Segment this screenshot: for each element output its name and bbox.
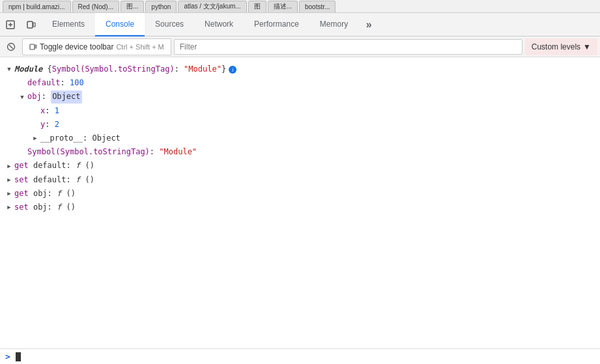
module-brace-close: } xyxy=(221,63,226,76)
colon-set-default: : xyxy=(66,174,76,186)
colon-symbol: : xyxy=(150,146,159,158)
val-obj: Object xyxy=(51,91,81,103)
tree-row-proto[interactable]: __proto__ : Object xyxy=(0,132,600,145)
val-x: 1 xyxy=(55,105,59,117)
parens-set-default: () xyxy=(80,174,94,186)
key-x: x xyxy=(40,105,45,117)
tab-performance[interactable]: Performance xyxy=(244,13,309,36)
console-input-row: > xyxy=(0,348,600,364)
tab-memory[interactable]: Memory xyxy=(309,13,358,36)
tree-row-symbol[interactable]: Symbol(Symbol.toStringTag) : "Module" xyxy=(0,145,600,159)
browser-tab-8[interactable]: bootstr... xyxy=(299,1,336,12)
svg-rect-5 xyxy=(30,44,35,49)
colon-y: : xyxy=(45,119,54,131)
browser-tab-3[interactable]: 图... xyxy=(121,1,144,12)
module-symbol-key: Symbol(Symbol.toStringTag) xyxy=(52,63,175,76)
console-filter-input[interactable] xyxy=(174,39,522,55)
parens-set-obj: () xyxy=(61,201,76,214)
expand-arrow-set-obj[interactable] xyxy=(5,203,13,211)
module-info-icon[interactable]: i xyxy=(229,66,236,74)
browser-tab-4[interactable]: python xyxy=(145,1,177,12)
val-set-default: f xyxy=(76,174,80,186)
browser-tabs: npm | build.amazi... Red (Nod)... 图... p… xyxy=(0,0,600,13)
object-tree: Module { Symbol(Symbol.toStringTag) : "M… xyxy=(0,60,600,217)
colon-set-obj: : xyxy=(48,201,57,214)
parens-get-obj: () xyxy=(61,188,76,200)
prefix-get-default: get xyxy=(14,160,29,172)
tab-elements[interactable]: Elements xyxy=(42,13,95,36)
console-prompt: > xyxy=(5,352,10,361)
console-cursor xyxy=(16,352,21,361)
name-get-obj: obj xyxy=(33,188,48,200)
toggle-device-shortcut: Ctrl + Shift + M xyxy=(116,43,164,51)
tree-row-default[interactable]: default : 100 xyxy=(0,76,600,90)
key-symbol: Symbol(Symbol.toStringTag) xyxy=(27,146,150,158)
colon-x: : xyxy=(45,105,54,117)
parens-get-default: () xyxy=(80,160,94,172)
expand-arrow-get-obj[interactable] xyxy=(5,189,13,197)
devtools-nav-tabs: Elements Console Sources Network Perform… xyxy=(0,13,600,36)
browser-tab-6[interactable]: 图 xyxy=(248,1,266,12)
devtools-panel: Elements Console Sources Network Perform… xyxy=(0,13,600,364)
key-proto: __proto__ xyxy=(40,132,83,145)
key-obj: obj xyxy=(27,91,42,103)
expand-arrow-module[interactable] xyxy=(5,66,13,74)
tree-row-x[interactable]: x : 1 xyxy=(0,104,600,118)
tree-row-module-root[interactable]: Module { Symbol(Symbol.toStringTag) : "M… xyxy=(0,63,600,76)
name-set-obj: obj xyxy=(33,201,48,214)
svg-line-4 xyxy=(9,45,13,49)
val-get-obj: f xyxy=(57,188,61,200)
val-proto: Object xyxy=(92,132,120,145)
colon-default: : xyxy=(61,77,70,89)
val-get-default: f xyxy=(76,160,80,172)
browser-tab-2[interactable]: Red (Nod)... xyxy=(72,1,119,12)
more-tabs-button[interactable]: » xyxy=(358,14,379,35)
expand-arrow-obj[interactable] xyxy=(18,93,26,101)
tree-row-set-default[interactable]: set default : f () xyxy=(0,173,600,187)
console-output: Module { Symbol(Symbol.toStringTag) : "M… xyxy=(0,57,600,348)
colon-get-default: : xyxy=(66,160,76,172)
key-y: y xyxy=(40,119,45,131)
inspect-element-button[interactable] xyxy=(0,14,21,35)
expand-arrow-set-default[interactable] xyxy=(5,176,13,184)
prefix-get-obj: get xyxy=(14,188,29,200)
space3 xyxy=(29,188,33,200)
val-y: 2 xyxy=(55,119,59,131)
svg-rect-1 xyxy=(27,21,33,28)
tree-row-obj[interactable]: obj : Object xyxy=(0,90,600,104)
tab-network[interactable]: Network xyxy=(194,13,244,36)
custom-levels-label: Custom levels xyxy=(532,42,580,51)
svg-rect-2 xyxy=(33,23,35,27)
tree-row-get-obj[interactable]: get obj : f () xyxy=(0,187,600,201)
tab-console[interactable]: Console xyxy=(95,13,145,36)
tree-row-set-obj[interactable]: set obj : f () xyxy=(0,201,600,214)
module-brace-open: { xyxy=(42,63,51,76)
custom-levels-button[interactable]: Custom levels ▼ xyxy=(525,38,597,55)
module-colon: : xyxy=(175,63,184,76)
colon-get-obj: : xyxy=(48,188,57,200)
colon-obj: : xyxy=(42,91,51,103)
name-get-default: default xyxy=(33,160,66,172)
svg-rect-6 xyxy=(35,45,36,48)
name-set-default: default xyxy=(33,174,66,186)
tree-row-get-default[interactable]: get default : f () xyxy=(0,159,600,173)
prefix-set-default: set xyxy=(14,174,29,186)
val-default: 100 xyxy=(70,77,84,89)
val-symbol: "Module" xyxy=(159,146,197,158)
browser-tab-5[interactable]: atlas / 文文/jakum... xyxy=(178,1,246,12)
console-toolbar: Toggle device toolbar Ctrl + Shift + M C… xyxy=(0,36,600,57)
device-toggle-icon-button[interactable] xyxy=(21,14,42,35)
tab-sources[interactable]: Sources xyxy=(145,13,194,36)
toggle-device-toolbar-button[interactable]: Toggle device toolbar Ctrl + Shift + M xyxy=(22,38,171,55)
browser-tab-1[interactable]: npm | build.amazi... xyxy=(3,1,71,12)
space1 xyxy=(29,160,33,172)
clear-console-button[interactable] xyxy=(3,38,20,55)
toggle-device-label: Toggle device toolbar xyxy=(40,42,113,51)
space4 xyxy=(29,201,33,214)
expand-arrow-proto[interactable] xyxy=(31,135,39,143)
expand-arrow-get-default[interactable] xyxy=(5,162,13,170)
browser-tab-7[interactable]: 描述... xyxy=(268,1,298,12)
module-string-value: "Module" xyxy=(184,63,221,76)
colon-proto: : xyxy=(83,132,92,145)
tree-row-y[interactable]: y : 2 xyxy=(0,118,600,132)
